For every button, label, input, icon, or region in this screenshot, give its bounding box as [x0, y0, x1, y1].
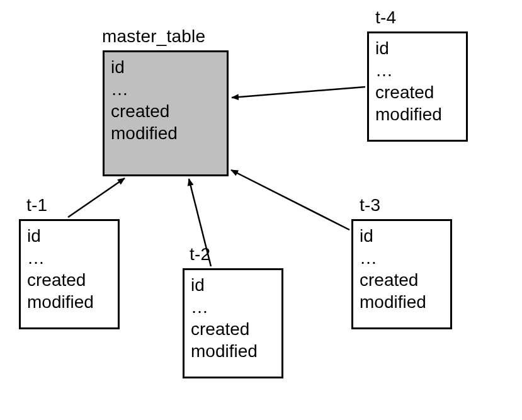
diagram-canvas: master_table id … created modified t-4 i…	[0, 0, 522, 420]
master-table-label: master_table	[102, 26, 205, 47]
field-created: created	[27, 269, 111, 291]
svg-line-3	[232, 87, 365, 98]
t4-box: id … created modified	[367, 31, 468, 142]
field-ellipsis: …	[375, 59, 460, 81]
field-modified: modified	[27, 291, 111, 313]
field-id: id	[191, 274, 275, 296]
svg-line-2	[231, 170, 349, 230]
field-modified: modified	[111, 122, 220, 144]
t2-box: id … created modified	[183, 268, 283, 378]
field-created: created	[191, 318, 275, 340]
field-id: id	[27, 225, 111, 247]
field-id: id	[360, 225, 444, 247]
field-created: created	[360, 269, 444, 291]
t4-label: t-4	[375, 8, 396, 28]
field-ellipsis: …	[191, 296, 275, 318]
field-id: id	[111, 56, 220, 78]
field-modified: modified	[191, 340, 275, 362]
field-ellipsis: …	[27, 247, 111, 269]
field-created: created	[111, 100, 220, 122]
t1-box: id … created modified	[19, 219, 120, 329]
svg-line-0	[68, 178, 125, 217]
t2-label: t-2	[190, 244, 210, 264]
master-table-box: id … created modified	[103, 50, 229, 176]
t3-box: id … created modified	[351, 219, 452, 329]
field-ellipsis: …	[111, 78, 220, 100]
field-created: created	[375, 81, 460, 103]
field-id: id	[375, 37, 460, 59]
field-ellipsis: …	[360, 247, 444, 269]
field-modified: modified	[375, 103, 460, 125]
t3-label: t-3	[360, 195, 380, 215]
field-modified: modified	[360, 291, 444, 313]
t1-label: t-1	[26, 195, 47, 215]
